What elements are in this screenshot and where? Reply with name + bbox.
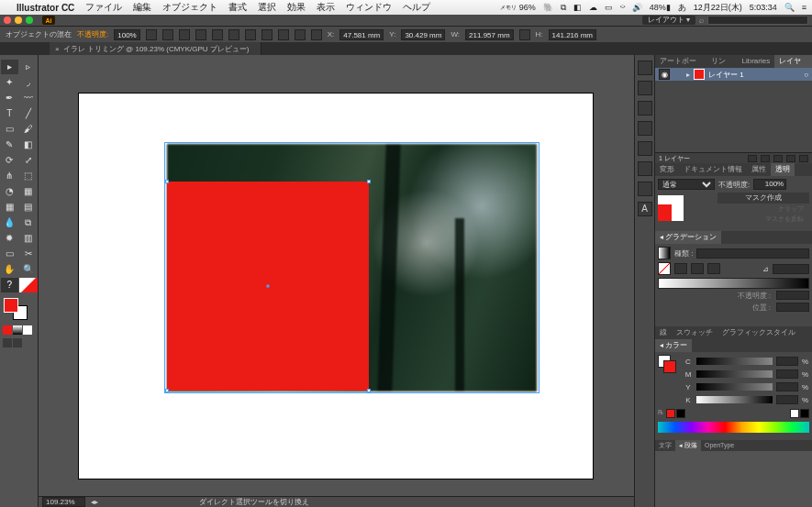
free-transform-tool[interactable]: ⬚ — [19, 169, 38, 183]
fill-stroke-swatches[interactable] — [0, 296, 38, 324]
align-right-icon[interactable] — [195, 29, 206, 40]
anchor-bottom-right[interactable] — [367, 389, 371, 392]
anchor-top-right[interactable] — [367, 180, 371, 183]
tiny-swatch-black[interactable] — [676, 409, 685, 418]
scale-tool[interactable]: ⤢ — [19, 153, 38, 168]
tab-paragraph[interactable]: ◂ 段落 — [675, 440, 701, 451]
screen-mode-normal-icon[interactable] — [3, 338, 12, 347]
eyedropper-tool[interactable]: 💧 — [1, 215, 19, 230]
tab-color[interactable]: ◂ カラー — [655, 339, 692, 352]
grad-opacity-field[interactable] — [776, 291, 809, 300]
tab-transform[interactable]: 変形 — [655, 163, 679, 176]
tab-docinfo[interactable]: ドキュメント情報 — [679, 163, 747, 176]
dock-brushes-icon[interactable] — [638, 81, 652, 95]
y-field[interactable] — [776, 382, 798, 391]
gradient-stroke3-icon[interactable] — [707, 263, 720, 274]
nav-next-icon[interactable]: ▸ — [95, 498, 98, 506]
window-minimize-button[interactable] — [15, 17, 22, 24]
color-stroke-swatch[interactable] — [663, 360, 676, 373]
x-field[interactable]: 47.581 mm — [339, 29, 384, 40]
blend-mode-select[interactable]: 通常 — [658, 179, 715, 190]
status-date[interactable]: 12月22日(木) — [694, 2, 742, 14]
c-slider[interactable] — [696, 358, 773, 365]
red-rectangle-object[interactable] — [167, 182, 369, 391]
menu-object[interactable]: オブジェクト — [162, 1, 217, 14]
reference-point-icon[interactable] — [311, 29, 322, 40]
dock-character-icon[interactable]: A — [638, 202, 652, 216]
menu-type[interactable]: 書式 — [228, 1, 247, 14]
align-hcenter-icon[interactable] — [179, 29, 190, 40]
transparency-thumbnail[interactable] — [658, 195, 684, 221]
window-close-button[interactable] — [4, 17, 11, 24]
tp-opacity-field[interactable]: 100% — [753, 179, 786, 190]
status-menu-icon[interactable]: ≡ — [802, 3, 806, 12]
link-wh-icon[interactable] — [519, 29, 530, 40]
tiny-swatch-none[interactable] — [790, 409, 799, 418]
color-mode-icon[interactable] — [3, 325, 12, 335]
eraser-tool[interactable]: ◧ — [19, 138, 38, 152]
width-tool[interactable]: ⋔ — [1, 169, 19, 183]
dock-symbols-icon[interactable] — [638, 101, 652, 116]
menu-select[interactable]: 選択 — [258, 1, 276, 14]
locate-layer-icon[interactable] — [748, 155, 757, 162]
color-spectrum[interactable] — [658, 422, 809, 433]
default-fill-stroke-icon[interactable] — [19, 278, 38, 292]
layer-row[interactable]: ◉ ▸ レイヤー 1 ○ — [655, 68, 812, 81]
make-clipping-mask-icon[interactable] — [761, 155, 770, 162]
dock-stroke-icon[interactable] — [638, 121, 652, 136]
curvature-tool[interactable]: 〰 — [19, 91, 38, 105]
opacity-field[interactable]: 100% — [114, 29, 139, 40]
dock-align-icon[interactable] — [638, 161, 652, 176]
status-battery[interactable]: 48% ▮ — [650, 3, 671, 12]
mesh-tool[interactable]: ▦ — [1, 200, 19, 215]
menu-edit[interactable]: 編集 — [133, 1, 151, 14]
tab-transparency[interactable]: 透明 — [771, 163, 795, 176]
m-slider[interactable] — [696, 370, 773, 378]
menu-view[interactable]: 表示 — [317, 1, 335, 14]
gradient-mode-icon[interactable] — [13, 325, 22, 335]
status-time[interactable]: 5:03:34 — [750, 3, 777, 12]
tab-graphic-styles[interactable]: グラフィックスタイル — [717, 326, 800, 339]
layer-name[interactable]: レイヤー 1 — [708, 70, 744, 80]
status-volume-icon[interactable]: 🔊 — [632, 3, 642, 12]
gradient-sample-icon[interactable] — [658, 247, 671, 259]
tab-artboards[interactable]: アートボード — [655, 55, 706, 68]
grad-location-field[interactable] — [776, 303, 809, 312]
tab-layers[interactable]: レイヤー — [774, 55, 812, 68]
search-input[interactable] — [707, 16, 808, 25]
gradient-stroke2-icon[interactable] — [691, 263, 704, 274]
blend-tool[interactable]: ⧉ — [19, 215, 38, 230]
selection-tool[interactable]: ▸ — [1, 60, 19, 74]
menu-help[interactable]: ヘルプ — [403, 1, 430, 14]
slice-tool[interactable]: ✂ — [19, 247, 38, 261]
menu-file[interactable]: ファイル — [85, 1, 122, 14]
y-field[interactable]: 30.429 mm — [401, 29, 445, 40]
dock-pathfinder-icon[interactable] — [638, 182, 652, 196]
distribute-v-icon[interactable] — [278, 29, 289, 40]
zoom-field[interactable]: 109.23% — [42, 497, 85, 507]
make-mask-button[interactable]: マスク作成 — [717, 193, 809, 204]
new-sublayer-icon[interactable] — [773, 155, 783, 162]
menu-window[interactable]: ウィンドウ — [346, 1, 392, 14]
k-field[interactable] — [776, 395, 798, 404]
dock-appearance-icon[interactable] — [638, 141, 652, 156]
symbol-sprayer-tool[interactable]: ✹ — [1, 231, 19, 246]
tab-character[interactable]: 文字 — [655, 440, 675, 451]
help-icon[interactable]: ? — [1, 278, 19, 292]
tiny-swatch-black2[interactable] — [800, 409, 809, 418]
artboard-tool[interactable]: ▭ — [1, 247, 19, 261]
pen-tool[interactable]: ✒ — [1, 91, 19, 105]
status-spotlight-icon[interactable]: 🔍 — [784, 3, 795, 12]
status-dropbox-icon[interactable]: ⧉ — [561, 3, 566, 13]
tiny-swatch-red[interactable] — [666, 409, 675, 418]
target-icon[interactable]: ○ — [804, 71, 808, 79]
gradient-swatch-icon[interactable] — [658, 262, 671, 275]
gradient-angle-field[interactable] — [773, 264, 809, 274]
c-field[interactable] — [776, 357, 798, 366]
align-bottom-icon[interactable] — [245, 29, 256, 40]
tab-stroke[interactable]: 線 — [655, 326, 672, 339]
workspace-switcher[interactable]: レイアウト ▾ — [642, 16, 695, 25]
visibility-toggle-icon[interactable]: ◉ — [659, 69, 670, 80]
canvas-area[interactable]: 109.23% ◂ ▸ ダイレクト選択ツールを切り換え — [39, 55, 634, 507]
w-field[interactable]: 211.957 mm — [465, 29, 513, 40]
